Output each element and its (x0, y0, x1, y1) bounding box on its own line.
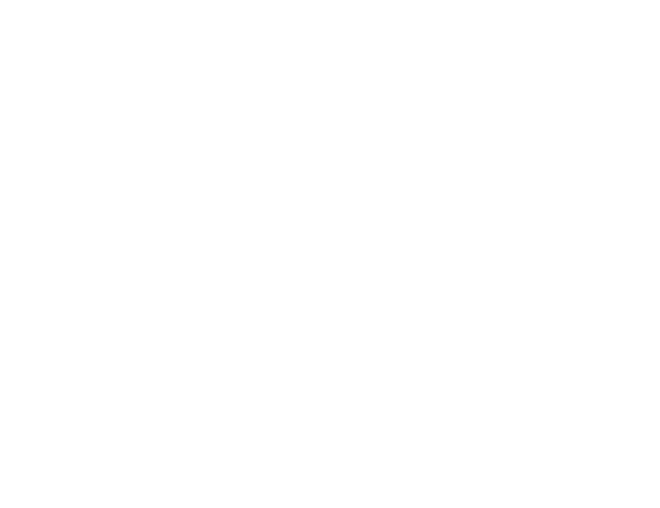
connector-lines (0, 0, 660, 508)
org-chart (0, 0, 660, 508)
